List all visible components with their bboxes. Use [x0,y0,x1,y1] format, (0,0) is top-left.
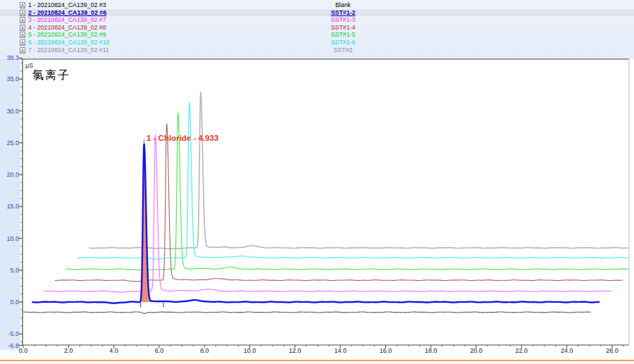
chromatogram-trace-1 [23,312,591,313]
plot-title: 氯离子 [32,68,70,83]
x-axis-label: 16.0 [373,347,397,355]
x-axis-label: 18.0 [419,347,443,355]
x-axis-label: 22.0 [509,347,533,355]
y-axis-label: 30.0 [0,108,19,115]
y-axis-label: 20.0 [0,171,19,178]
y-axis-label: 25.0 [0,139,19,146]
chromatogram-plot[interactable] [0,0,634,364]
bottom-accent-bar [0,360,634,361]
chromatogram-trace-3 [44,135,611,293]
x-axis-label: 14.0 [328,347,352,355]
x-axis-label: 4.0 [102,347,126,355]
y-axis-label: -5.0 [0,330,19,337]
x-axis-label: 26.0 [600,347,624,355]
x-axis-label: 6.0 [147,347,171,355]
chromatogram-window: 1 - 20210824_CA139_02 #3Blank2 - 2021082… [0,0,634,364]
x-axis-label: 0.0 [11,347,35,355]
y-axis-label: 38.3 [0,54,19,61]
x-axis-label: 12.0 [283,347,307,355]
y-axis-label: 15.0 [0,203,19,210]
chromatogram-trace-6 [77,102,628,258]
y-axis-label: 5.0 [0,267,19,274]
chromatogram-trace-2-selected [32,144,599,303]
y-axis-label: 0.0 [0,299,19,306]
y-axis-label: 10.0 [0,235,19,242]
x-axis-label: 10.0 [238,347,262,355]
peak-annotation: 1 - Chloride - 4.933 [147,134,218,142]
x-axis-label: 8.0 [192,347,216,355]
x-axis-label: 2.0 [56,347,80,355]
y-axis-label: 35.0 [0,75,19,82]
x-axis-label: 24.0 [555,347,579,355]
x-axis-label: 20.0 [464,347,488,355]
